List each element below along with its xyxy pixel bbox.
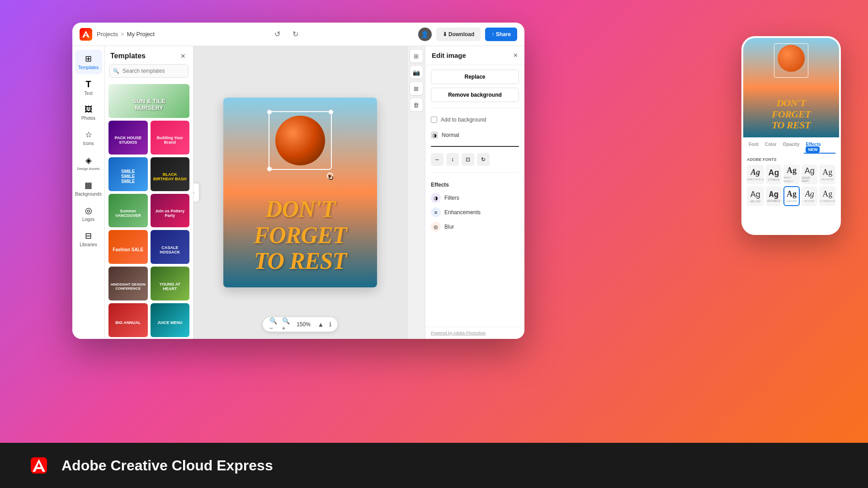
phone-tab-font[interactable]: Font [747,141,760,154]
panel-toggle-button[interactable]: › [193,183,199,202]
canvas-text: DON'TFORGETTO REST [223,196,377,274]
font-thumb-lunrock[interactable]: AgLUNROCK [819,186,835,206]
photoshop-link[interactable]: Adobe Photoshop [453,331,486,335]
zoom-out-button[interactable]: 🔍− [269,320,278,329]
sidebar-label-libraries: Libraries [80,242,97,247]
phone-tab-effects[interactable]: Effects NEW [804,141,835,154]
undo-button[interactable]: ↺ [271,28,283,41]
template-thumb-9[interactable]: CASALE HOSSACK [151,230,190,264]
sidebar-item-icons[interactable]: ☆ Icons [75,126,102,150]
template-thumb-5[interactable]: BLACK BIRTHDAY BASH 👑 [151,157,190,191]
blend-mode-row: ◑ Normal [431,130,519,141]
replace-button[interactable]: Replace [431,70,519,84]
sidebar-item-backgrounds[interactable]: ▦ Backgrounds [75,176,102,201]
share-button[interactable]: ↑ Share [485,28,517,41]
sidebar-item-templates[interactable]: ⊞ Templates [75,50,102,74]
font-thumb-grevilica[interactable]: AgGREVILICA [747,164,764,184]
template-thumb-7[interactable]: Join us Pottery Party 👑 [151,194,190,228]
divider-2 [431,172,519,173]
blend-mode-icon: ◑ [431,131,438,139]
template-thumb-8[interactable]: Fashion SALE 👑 [108,230,148,264]
phone-canvas-text: DON'TFORGETTO REST [743,98,839,131]
font-thumb-seatan[interactable]: AgSEATAN [819,164,835,184]
template-thumb-13[interactable]: JUICE MENU [151,303,190,337]
zoom-info-button[interactable]: ℹ [329,321,331,328]
close-templates-button[interactable]: ✕ [179,52,188,61]
sidebar-label-icons: Icons [83,141,94,146]
top-bar-center: ↺ ↻ [155,28,418,41]
font-thumb-crane[interactable]: AgCRANE [783,186,800,206]
app-logo [80,28,92,41]
sidebar-item-text[interactable]: T Text [75,75,102,99]
filters-label: Filters [444,195,459,201]
zoom-in-button[interactable]: 🔍+ [282,320,291,329]
edit-panel-title: Edit image [432,52,466,59]
template-thumb-4[interactable]: SMILESMILESMILE [108,157,148,191]
rt-button-4[interactable]: 🗑 [410,99,423,111]
text-icon: T [85,79,91,89]
templates-title: Templates [110,52,146,60]
templates-header: Templates ✕ [105,46,193,64]
powered-by: Powered by Adobe Photoshop [425,327,524,339]
sidebar-item-photos[interactable]: 🖼 Photos [75,100,102,125]
sidebar-item-design-assets[interactable]: ◈ Design Assets [75,151,102,175]
add-to-bg-checkbox[interactable] [431,117,437,123]
handle-rotate[interactable]: ↻ [327,173,333,179]
handle-bottom-left[interactable] [267,167,272,171]
template-thumb-2[interactable]: PACK HOUSE STUDIOS 👑 [108,121,148,155]
font-thumb-milod[interactable]: AgMILOD [747,186,764,206]
handle-top-right[interactable] [329,110,333,114]
sidebar-label-backgrounds: Backgrounds [75,192,101,197]
selected-image[interactable]: ↻ [269,111,332,170]
handle-top-left[interactable] [267,110,272,114]
top-bar-right: 👤 ⬇ Download ↑ Share [418,28,517,41]
template-thumb-1[interactable]: SUN & TILENURSERY 👑 [108,84,189,118]
blur-icon: ◎ [431,222,441,232]
user-avatar[interactable]: 👤 [418,28,432,41]
download-button[interactable]: ⬇ Download [436,28,481,41]
breadcrumb-projects[interactable]: Projects [97,31,118,38]
right-toolbar: ⊞ 📷 ⊠ 🗑 [407,46,425,339]
filters-item[interactable]: ◑ Filters [431,191,519,205]
phone-tab-color[interactable]: Color [763,141,778,154]
zoom-value[interactable]: 150% [295,321,313,328]
crop-icon[interactable]: ⊡ [462,153,474,166]
zoom-chevron[interactable]: ▲ [316,320,326,329]
font-thumb-near-war[interactable]: AgNEAR WAR [802,164,818,184]
rotate-icon[interactable]: ↻ [477,153,490,166]
blur-item[interactable]: ◎ Blur [431,220,519,234]
edit-panel-close-button[interactable]: ✕ [513,52,518,59]
phone-canvas: DON'TFORGETTO REST [743,38,839,137]
rt-button-1[interactable]: ⊞ [410,50,423,62]
icon-sidebar: ⊞ Templates T Text 🖼 Photos ☆ Icons ◈ De… [72,46,105,339]
template-thumb-6[interactable]: Summer VANCOUVER [108,194,148,228]
add-to-bg-label: Add to background [441,117,519,123]
templates-icon: ⊞ [85,54,92,64]
rt-button-3[interactable]: ⊠ [410,82,423,95]
rt-button-2[interactable]: 📷 [410,66,423,79]
image-action-row: ↔ ↕ ⊡ ↻ [431,152,519,167]
icons-icon: ☆ [85,130,92,140]
sidebar-label-text: Text [84,91,92,96]
effects-title: Effects [431,182,519,188]
search-templates-input[interactable] [109,64,189,78]
font-thumb-float[interactable]: AgFLOAT [802,186,818,206]
template-thumb-12[interactable]: BIG ANNUAL [108,303,148,337]
enhancements-item[interactable]: ≡ Enhancements [431,205,519,220]
design-assets-icon: ◈ [85,155,92,165]
sidebar-item-libraries[interactable]: ⊟ Libraries [75,227,102,251]
phone-tab-opacity[interactable]: Opacity [781,141,802,154]
flip-v-icon[interactable]: ↕ [446,153,459,166]
bottom-bar-logo [27,454,51,477]
flip-h-icon[interactable]: ↔ [431,153,443,166]
font-thumb-miss-emily[interactable]: AgMISS EMILY [783,164,800,184]
canvas-wrapper[interactable]: ↻ DON'TFORGETTO REST [223,98,377,287]
font-thumb-advance[interactable]: AgADVANCE [766,186,782,206]
sidebar-item-logos[interactable]: ◎ Logos [75,202,102,226]
template-thumb-3[interactable]: Building Your Brand 👑 [151,121,190,155]
template-thumb-10[interactable]: HINDSIGHT DESIGN CONFERENCE [108,267,148,300]
remove-background-button[interactable]: Remove background [431,88,519,102]
font-thumb-utmos[interactable]: AgUTMOS [766,164,782,184]
redo-button[interactable]: ↻ [289,28,302,41]
template-thumb-11[interactable]: YOUNG AT HEART [151,267,190,300]
